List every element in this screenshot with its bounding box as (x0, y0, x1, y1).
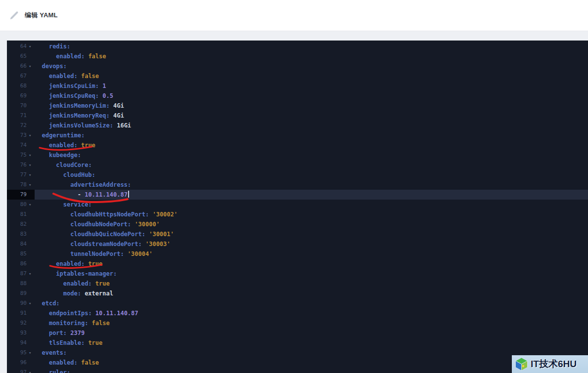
code-text: enabled: false (35, 358, 588, 368)
code-line[interactable]: 68 jenkinsCpuLim: 1 (7, 81, 588, 91)
code-line[interactable]: 78▾ advertiseAddress: (7, 180, 588, 190)
code-text: enabled: true (35, 140, 588, 150)
gutter: 86 (7, 259, 35, 269)
code-text: etcd: (35, 298, 588, 308)
line-number: 97 (7, 368, 29, 373)
page-title: 编辑 YAML (25, 11, 58, 20)
watermark-badge: IT技术6HU (512, 355, 588, 373)
code-line[interactable]: 73▾ edgeruntime: (7, 130, 588, 140)
code-text: cloudhubNodePort: '30000' (35, 219, 588, 229)
code-text: monitoring: false (35, 318, 588, 328)
code-line[interactable]: 97▾ ruler: (7, 368, 588, 373)
fold-arrow-icon[interactable]: ▾ (29, 130, 35, 140)
gutter: 71 (7, 111, 35, 121)
gutter: 73▾ (7, 130, 35, 140)
code-line[interactable]: 94 tlsEnable: true (7, 338, 588, 348)
gutter: 66▾ (7, 61, 35, 71)
line-number: 76 (7, 160, 29, 170)
code-text: kubeedge: (35, 150, 588, 160)
line-number: 64 (7, 41, 29, 51)
code-line[interactable]: 76▾ cloudCore: (7, 160, 588, 170)
code-text: devops: (35, 61, 588, 71)
fold-arrow-icon[interactable]: ▾ (29, 160, 35, 170)
line-number: 93 (7, 328, 29, 338)
code-line[interactable]: 90▾ etcd: (7, 298, 588, 308)
code-line[interactable]: 80▾ service: (7, 200, 588, 209)
gutter: 77▾ (7, 170, 35, 180)
gutter: 89 (7, 289, 35, 298)
code-line[interactable]: 75▾ kubeedge: (7, 150, 588, 160)
text-cursor (128, 191, 129, 198)
code-text: ruler: (35, 368, 588, 373)
code-text: iptables-manager: (35, 269, 588, 279)
line-number: 69 (7, 91, 29, 101)
code-line[interactable]: 84 cloudstreamNodePort: '30003' (7, 239, 588, 249)
line-number: 96 (7, 358, 29, 368)
fold-arrow-icon[interactable]: ▾ (29, 180, 35, 190)
fold-arrow-icon[interactable]: ▾ (29, 41, 35, 51)
code-line[interactable]: 69 jenkinsCpuReq: 0.5 (7, 91, 588, 101)
code-line[interactable]: 88 enabled: true (7, 279, 588, 289)
code-text: cloudCore: (35, 160, 588, 170)
code-line[interactable]: 65 enabled: false (7, 51, 588, 61)
code-text: tunnelNodePort: '30004' (35, 249, 588, 259)
line-number: 67 (7, 71, 29, 81)
gutter: 65 (7, 51, 35, 61)
code-line[interactable]: 66▾ devops: (7, 61, 588, 71)
code-text: enabled: true (35, 259, 588, 269)
line-number: 65 (7, 51, 29, 61)
code-line[interactable]: 79 - 10.11.140.87 (7, 190, 588, 200)
code-text: cloudstreamNodePort: '30003' (35, 239, 588, 249)
code-line[interactable]: 83 cloudhubQuicNodePort: '30001' (7, 229, 588, 239)
code-line[interactable]: 74 enabled: true (7, 140, 588, 150)
line-number: 74 (7, 140, 29, 150)
code-line[interactable]: 86 enabled: true (7, 259, 588, 269)
code-line[interactable]: 91 endpointIps: 10.11.140.87 (7, 308, 588, 318)
code-text: tlsEnable: true (35, 338, 588, 348)
gutter: 64▾ (7, 41, 35, 51)
code-line[interactable]: 82 cloudhubNodePort: '30000' (7, 219, 588, 229)
code-line[interactable]: 87▾ iptables-manager: (7, 269, 588, 279)
gutter: 84 (7, 239, 35, 249)
code-text: jenkinsVolumeSize: 16Gi (35, 121, 588, 130)
gutter: 85 (7, 249, 35, 259)
code-text: cloudhubHttpsNodePort: '30002' (35, 209, 588, 219)
fold-arrow-icon[interactable]: ▾ (29, 200, 35, 209)
code-line[interactable]: 64▾ redis: (7, 41, 588, 51)
fold-arrow-icon[interactable]: ▾ (29, 61, 35, 71)
code-line[interactable]: 71 jenkinsMemoryReq: 4Gi (7, 111, 588, 121)
code-line[interactable]: 92 monitoring: false (7, 318, 588, 328)
code-text: jenkinsCpuLim: 1 (35, 81, 588, 91)
code-line[interactable]: 72 jenkinsVolumeSize: 16Gi (7, 121, 588, 130)
code-line[interactable]: 85 tunnelNodePort: '30004' (7, 249, 588, 259)
fold-arrow-icon[interactable]: ▾ (29, 269, 35, 279)
code-line[interactable]: 67 enabled: false (7, 71, 588, 81)
gutter: 80▾ (7, 200, 35, 209)
line-number: 92 (7, 318, 29, 328)
code-text: jenkinsMemoryReq: 4Gi (35, 111, 588, 121)
gutter: 92 (7, 318, 35, 328)
code-line[interactable]: 93 port: 2379 (7, 328, 588, 338)
line-number: 80 (7, 200, 29, 209)
fold-arrow-icon[interactable]: ▾ (29, 368, 35, 373)
yaml-editor[interactable]: 64▾ redis:65 enabled: false66▾ devops:67… (7, 41, 588, 373)
line-number: 84 (7, 239, 29, 249)
fold-arrow-icon[interactable]: ▾ (29, 298, 35, 308)
header-bar: 编辑 YAML (0, 0, 588, 31)
code-line[interactable]: 70 jenkinsMemoryLim: 4Gi (7, 101, 588, 111)
code-text: enabled: false (35, 71, 588, 81)
fold-arrow-icon[interactable]: ▾ (29, 348, 35, 358)
gutter: 69 (7, 91, 35, 101)
fold-arrow-icon[interactable]: ▾ (29, 150, 35, 160)
code-line[interactable]: 77▾ cloudHub: (7, 170, 588, 180)
code-line[interactable]: 95▾ events: (7, 348, 588, 358)
gutter: 88 (7, 279, 35, 289)
code-line[interactable]: 96 enabled: false (7, 358, 588, 368)
gutter: 68 (7, 81, 35, 91)
gutter: 82 (7, 219, 35, 229)
code-line[interactable]: 89 mode: external (7, 289, 588, 298)
code-line[interactable]: 81 cloudhubHttpsNodePort: '30002' (7, 209, 588, 219)
gutter: 93 (7, 328, 35, 338)
fold-arrow-icon[interactable]: ▾ (29, 170, 35, 180)
code-text: jenkinsMemoryLim: 4Gi (35, 101, 588, 111)
